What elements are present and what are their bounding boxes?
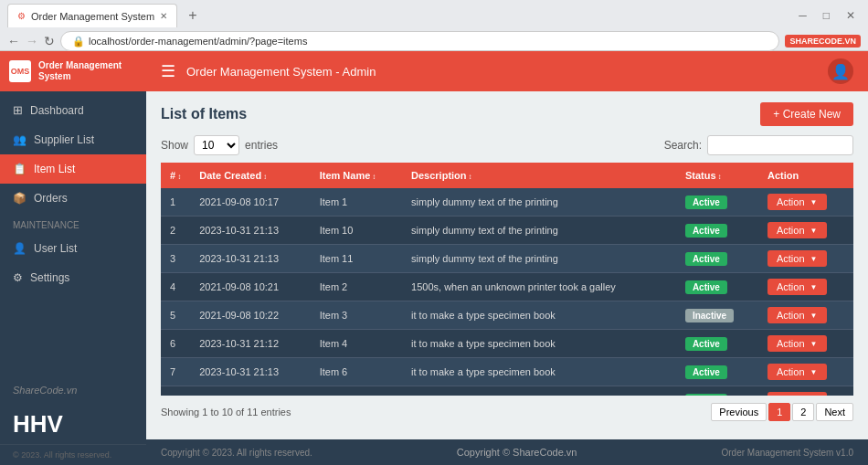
page-title: List of Items — [161, 106, 247, 122]
window-close-button[interactable]: ✕ — [841, 7, 861, 24]
create-new-button[interactable]: + Create New — [760, 102, 853, 126]
col-date[interactable]: Date Created↕ — [190, 163, 310, 188]
action-button[interactable]: Action — [767, 364, 827, 380]
cell-num: 3 — [161, 245, 190, 273]
next-page-button[interactable]: Next — [816, 403, 853, 421]
window-maximize-button[interactable]: □ — [818, 7, 835, 24]
prev-page-button[interactable]: Previous — [711, 403, 767, 421]
page-2-button[interactable]: 2 — [792, 403, 814, 421]
cell-date: 2023-10-31 21:13 — [190, 358, 310, 386]
cell-date: 2023-10-31 21:13 — [190, 245, 310, 273]
cell-name: Item 3 — [311, 301, 402, 330]
sidebar-item-dashboard[interactable]: ⊞ Dashboard — [0, 95, 146, 125]
cell-date: 2021-09-08 10:22 — [190, 301, 310, 330]
sidebar-item-supplier[interactable]: 👥 Supplier List — [0, 125, 146, 154]
tab-favicon: ⚙ — [17, 11, 26, 21]
cell-date: 2023-10-31 21:13 — [190, 386, 310, 396]
topbar-user-avatar[interactable]: 👤 — [828, 58, 853, 84]
content-header: List of Items + Create New — [161, 102, 853, 126]
browser-tab[interactable]: ⚙ Order Management System ✕ — [7, 4, 177, 27]
action-button[interactable]: Action — [767, 194, 827, 210]
cell-action: Action — [758, 188, 853, 217]
sidebar-label-supplier: Supplier List — [34, 133, 94, 146]
search-input[interactable] — [707, 135, 853, 155]
sidebar-label-dashboard: Dashboard — [30, 104, 84, 117]
items-icon: 📋 — [13, 163, 26, 175]
brand-icon: OMS — [9, 60, 31, 82]
status-badge: Inactive — [685, 309, 734, 322]
col-name[interactable]: Item Name↕ — [311, 163, 402, 188]
forward-button[interactable]: → — [26, 34, 38, 48]
sidebar-item-userlist[interactable]: 👤 User List — [0, 234, 146, 263]
cell-date: 2023-10-31 21:12 — [190, 330, 310, 358]
action-button[interactable]: Action — [767, 307, 827, 323]
sidebar-item-settings[interactable]: ⚙ Settings — [0, 263, 146, 292]
items-table: #↕ Date Created↕ Item Name↕ Description↕… — [161, 163, 853, 396]
sidebar-watermark: ShareCode.vn — [0, 375, 146, 405]
table-row: 3 2023-10-31 21:13 Item 11 simply dummy … — [161, 245, 853, 273]
cell-desc: 1500s, when an unknown printer took a ga… — [402, 386, 676, 396]
status-badge: Active — [685, 224, 727, 238]
menu-toggle-icon[interactable]: ☰ — [161, 61, 175, 81]
cell-num: 8 — [161, 386, 190, 396]
col-status[interactable]: Status↕ — [676, 163, 758, 188]
sidebar-item-orders[interactable]: 📦 Orders — [0, 184, 146, 213]
hhv-logo: HHV — [0, 405, 146, 444]
search-label: Search: — [664, 139, 702, 152]
show-label: Show — [161, 139, 188, 152]
table-wrapper: #↕ Date Created↕ Item Name↕ Description↕… — [161, 163, 853, 396]
cell-num: 5 — [161, 301, 190, 330]
table-row: 1 2021-09-08 10:17 Item 1 simply dummy t… — [161, 188, 853, 217]
address-bar[interactable]: 🔒 localhost/order-management/admin/?page… — [60, 31, 779, 51]
cell-action: Action — [758, 358, 853, 386]
table-row: 4 2021-09-08 10:21 Item 2 1500s, when an… — [161, 273, 853, 301]
cell-name: Item 6 — [311, 358, 402, 386]
new-tab-button[interactable]: + — [183, 5, 202, 26]
status-badge: Active — [685, 337, 727, 351]
entries-select[interactable]: 10 25 50 — [194, 135, 239, 155]
show-entries: Show 10 25 50 entries — [161, 135, 278, 155]
status-badge: Active — [685, 196, 727, 209]
status-badge: Active — [685, 365, 727, 379]
action-button[interactable]: Action — [767, 335, 827, 352]
window-minimize-button[interactable]: ─ — [793, 7, 812, 24]
userlist-icon: 👤 — [13, 242, 26, 255]
action-button[interactable]: Action — [767, 250, 827, 267]
cell-action: Action — [758, 245, 853, 273]
col-num[interactable]: #↕ — [161, 163, 190, 188]
action-button[interactable]: Action — [767, 222, 827, 238]
cell-desc: simply dummy text of the printing — [402, 245, 676, 273]
search-control: Search: — [664, 135, 853, 155]
supplier-icon: 👥 — [13, 133, 26, 146]
table-row: 7 2023-10-31 21:13 Item 6 it to make a t… — [161, 358, 853, 386]
topbar-title: Order Management System - Admin — [186, 65, 817, 79]
cell-num: 4 — [161, 273, 190, 301]
col-action: Action — [758, 163, 853, 188]
cell-desc: it to make a type specimen book — [402, 301, 676, 330]
cell-status: Active — [676, 188, 758, 217]
cell-num: 2 — [161, 217, 190, 245]
table-row: 5 2021-09-08 10:22 Item 3 it to make a t… — [161, 301, 853, 330]
cell-action: Action — [758, 330, 853, 358]
back-button[interactable]: ← — [7, 34, 20, 48]
footer-version: Order Management System v1.0 — [721, 448, 853, 458]
action-button[interactable]: Action — [767, 279, 827, 295]
cell-action: Action — [758, 301, 853, 330]
cell-name: Item 4 — [311, 330, 402, 358]
sidebar-item-items[interactable]: 📋 Item List — [0, 154, 146, 184]
sidebar-label-items: Item List — [34, 163, 75, 175]
main-content: List of Items + Create New Show 10 25 50… — [146, 91, 868, 439]
footer: Copyright © 2023. All rights reserved. C… — [146, 439, 868, 465]
browser-chrome: ⚙ Order Management System ✕ + ─ □ ✕ ← → … — [0, 0, 868, 51]
cell-name: Item 2 — [311, 273, 402, 301]
cell-num: 7 — [161, 358, 190, 386]
tab-close-icon[interactable]: ✕ — [160, 11, 167, 21]
cell-name: Item 1 — [311, 188, 402, 217]
page-1-button[interactable]: 1 — [768, 403, 790, 421]
footer-copyright-center: Copyright © ShareCode.vn — [457, 447, 577, 458]
cell-status: Active — [676, 386, 758, 396]
refresh-button[interactable]: ↻ — [44, 34, 55, 48]
table-footer: Showing 1 to 10 of 11 entries Previous 1… — [161, 396, 853, 428]
col-desc[interactable]: Description↕ — [402, 163, 676, 188]
topbar: ☰ Order Management System - Admin 👤 — [146, 51, 868, 91]
